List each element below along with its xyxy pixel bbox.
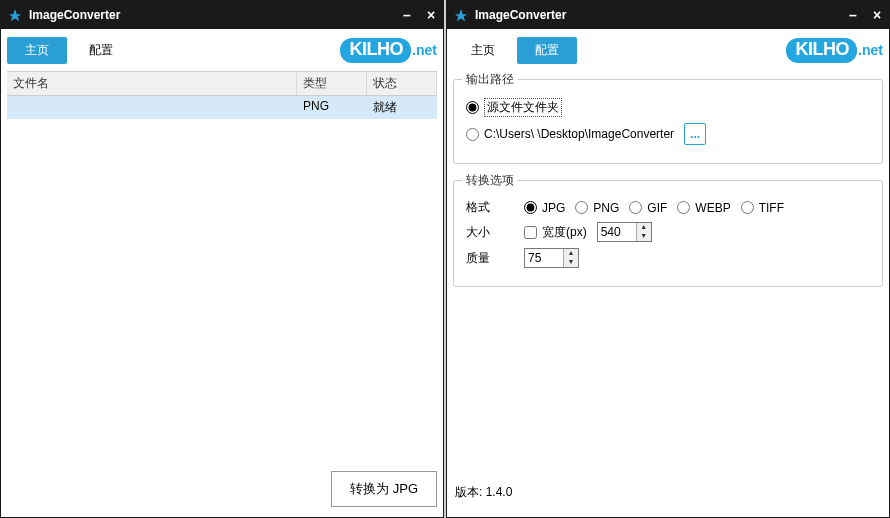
toolbar: 主页 配置 KILHO .net (7, 35, 437, 65)
radio-format-jpg[interactable]: JPG (524, 201, 565, 215)
quality-label: 质量 (466, 250, 514, 267)
radio-tiff-label: TIFF (759, 201, 784, 215)
radio-custom-path-input[interactable] (466, 128, 479, 141)
quality-spinner[interactable]: ▲ ▼ (524, 248, 579, 268)
group-legend: 输出路径 (462, 71, 518, 88)
content: 主页 配置 KILHO .net 文件名 类型 状态 PNG 就绪 (1, 29, 443, 517)
config-body: 输出路径 源文件文件夹 C:\Users\ \Desktop\ImageConv… (453, 71, 883, 511)
cell-name (7, 96, 297, 119)
quality-input[interactable] (525, 250, 563, 266)
convert-bar: 转换为 JPG (7, 463, 437, 511)
radio-custom-path[interactable]: C:\Users\ \Desktop\ImageConverter (466, 127, 674, 141)
window-title: ImageConverter (475, 8, 847, 22)
radio-format-tiff[interactable]: TIFF (741, 201, 784, 215)
radio-source-folder[interactable]: 源文件文件夹 (466, 98, 562, 117)
convert-options-group: 转换选项 格式 JPG PNG GIF (453, 180, 883, 287)
tab-home[interactable]: 主页 (7, 37, 67, 64)
logo-main: KILHO (340, 38, 412, 63)
format-label: 格式 (466, 199, 514, 216)
toolbar: 主页 配置 KILHO .net (453, 35, 883, 65)
cell-type: PNG (297, 96, 367, 119)
custom-path-text: C:\Users\ \Desktop\ImageConverter (484, 127, 674, 141)
radio-jpg-label: JPG (542, 201, 565, 215)
file-table: 文件名 类型 状态 PNG 就绪 (7, 71, 437, 463)
spin-down-icon[interactable]: ▼ (564, 258, 578, 267)
radio-webp-input[interactable] (677, 201, 690, 214)
radio-source-folder-input[interactable] (466, 101, 479, 114)
table-header: 文件名 类型 状态 (7, 71, 437, 96)
header-type[interactable]: 类型 (297, 72, 367, 95)
app-window-right: ImageConverter – × 主页 配置 KILHO .net 输出路径… (446, 0, 890, 518)
titlebar[interactable]: ImageConverter – × (1, 1, 443, 29)
radio-format-png[interactable]: PNG (575, 201, 619, 215)
logo-main: KILHO (786, 38, 858, 63)
brand-logo: KILHO .net (786, 38, 883, 63)
app-icon (7, 7, 23, 23)
spin-down-icon[interactable]: ▼ (637, 232, 651, 241)
size-label: 大小 (466, 224, 514, 241)
radio-png-label: PNG (593, 201, 619, 215)
window-controls: – × (847, 8, 883, 22)
app-icon (453, 7, 469, 23)
radio-format-gif[interactable]: GIF (629, 201, 667, 215)
titlebar[interactable]: ImageConverter – × (447, 1, 889, 29)
browse-button[interactable]: ... (684, 123, 706, 145)
width-input[interactable] (598, 224, 636, 240)
svg-marker-1 (455, 9, 467, 21)
group-legend: 转换选项 (462, 172, 518, 189)
header-status[interactable]: 状态 (367, 72, 437, 95)
spin-up-icon[interactable]: ▲ (637, 223, 651, 232)
check-width-input[interactable] (524, 226, 537, 239)
radio-tiff-input[interactable] (741, 201, 754, 214)
table-row[interactable]: PNG 就绪 (7, 96, 437, 119)
logo-sub: .net (412, 42, 437, 58)
content: 主页 配置 KILHO .net 输出路径 源文件文件夹 (447, 29, 889, 517)
header-name[interactable]: 文件名 (7, 72, 297, 95)
radio-gif-input[interactable] (629, 201, 642, 214)
radio-format-webp[interactable]: WEBP (677, 201, 730, 215)
tab-config[interactable]: 配置 (517, 37, 577, 64)
radio-gif-label: GIF (647, 201, 667, 215)
spin-up-icon[interactable]: ▲ (564, 249, 578, 258)
check-width[interactable]: 宽度(px) (524, 224, 587, 241)
radio-source-folder-label: 源文件文件夹 (484, 98, 562, 117)
close-button[interactable]: × (871, 8, 883, 22)
minimize-button[interactable]: – (401, 8, 413, 22)
svg-marker-0 (9, 9, 21, 21)
output-path-group: 输出路径 源文件文件夹 C:\Users\ \Desktop\ImageConv… (453, 79, 883, 164)
table-body[interactable]: PNG 就绪 (7, 96, 437, 463)
radio-png-input[interactable] (575, 201, 588, 214)
convert-button[interactable]: 转换为 JPG (331, 471, 437, 507)
version-text: 版本: 1.4.0 (453, 480, 883, 509)
brand-logo: KILHO .net (340, 38, 437, 63)
radio-webp-label: WEBP (695, 201, 730, 215)
check-width-label: 宽度(px) (542, 224, 587, 241)
minimize-button[interactable]: – (847, 8, 859, 22)
tab-config[interactable]: 配置 (71, 37, 131, 64)
window-title: ImageConverter (29, 8, 401, 22)
cell-status: 就绪 (367, 96, 437, 119)
close-button[interactable]: × (425, 8, 437, 22)
window-controls: – × (401, 8, 437, 22)
logo-sub: .net (858, 42, 883, 58)
app-window-left: ImageConverter – × 主页 配置 KILHO .net 文件名 … (0, 0, 444, 518)
tab-home[interactable]: 主页 (453, 37, 513, 64)
width-spinner[interactable]: ▲ ▼ (597, 222, 652, 242)
radio-jpg-input[interactable] (524, 201, 537, 214)
